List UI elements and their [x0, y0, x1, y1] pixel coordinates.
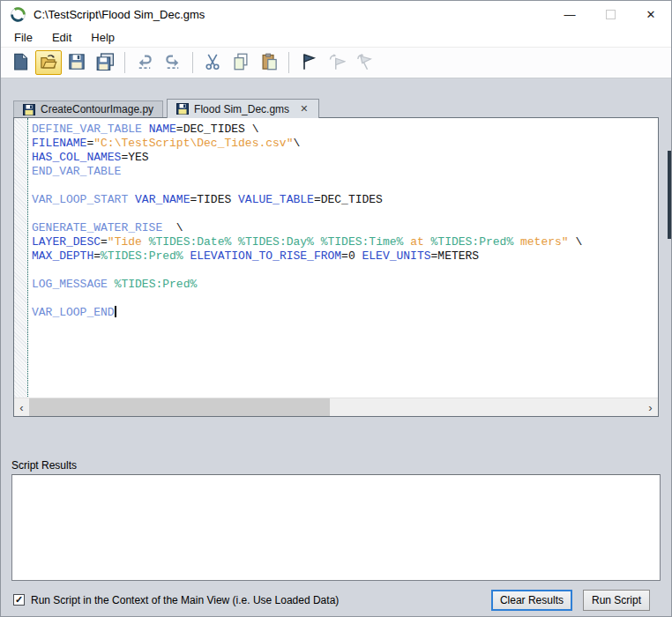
horizontal-scrollbar[interactable]: ‹ › — [14, 398, 658, 416]
close-icon: ✕ — [646, 8, 656, 21]
open-file-icon — [40, 53, 57, 73]
code-line — [32, 179, 658, 193]
open-file-button[interactable] — [35, 50, 62, 75]
toolbar-separator — [288, 52, 289, 73]
toolbar-separator — [192, 52, 193, 73]
code-line: LAYER_DESC="Tide %TIDES:Date% %TIDES:Day… — [32, 235, 658, 249]
tab-createcontourimage[interactable]: CreateContourImage.py — [13, 100, 163, 117]
maximize-button[interactable] — [590, 1, 631, 27]
code-line: LOG_MESSAGE %TIDES:Pred% — [32, 278, 658, 292]
tab-flood-sim-dec[interactable]: Flood Sim_Dec.gms ✕ — [167, 99, 319, 118]
menu-bar: File Edit Help — [1, 27, 671, 47]
code-line: DEFINE_VAR_TABLE NAME=DEC_TIDES \ — [32, 123, 658, 137]
clear-results-button[interactable]: Clear Results — [491, 590, 572, 611]
scrollbar-thumb[interactable] — [29, 398, 330, 416]
save-all-button[interactable] — [92, 50, 118, 75]
copy-button[interactable] — [228, 50, 254, 75]
floppy-disk-icon — [176, 103, 189, 115]
new-file-button[interactable] — [7, 50, 34, 75]
action-buttons: Clear Results Run Script — [491, 590, 650, 611]
code-line: GENERATE_WATER_RISE \ — [32, 221, 658, 235]
code-line — [32, 207, 658, 221]
save-all-icon — [96, 53, 114, 73]
previous-flag-icon — [356, 53, 374, 73]
tab-close-icon[interactable]: ✕ — [298, 103, 310, 115]
redo-icon — [164, 53, 182, 73]
menu-file[interactable]: File — [4, 29, 42, 46]
run-context-label: Run Script in the Context of the Main Vi… — [31, 594, 339, 606]
script-results-label: Script Results — [11, 459, 671, 472]
code-line: VAR_LOOP_START VAR_NAME=TIDES VALUE_TABL… — [32, 193, 658, 207]
maximize-icon — [606, 10, 616, 19]
code-line: MAX_DEPTH=%TIDES:Pred% ELEVATION_TO_RISE… — [32, 249, 658, 264]
gms-logo-icon — [11, 7, 26, 22]
text-caret — [115, 306, 116, 317]
save-icon — [68, 53, 86, 73]
paste-button[interactable] — [256, 50, 282, 75]
new-file-icon — [11, 53, 29, 73]
code-line — [32, 292, 658, 306]
scroll-right-icon[interactable]: › — [643, 398, 658, 416]
toolbar-separator — [124, 52, 125, 73]
scrollbar-track[interactable] — [29, 398, 643, 416]
cut-button[interactable] — [199, 50, 226, 75]
paste-icon — [260, 53, 278, 73]
script-editor[interactable]: DEFINE_VAR_TABLE NAME=DEC_TIDES \FILENAM… — [13, 117, 659, 417]
code-line: END_VAR_TABLE — [32, 165, 658, 179]
titlebar: C:\TestScript\Flood Sim_Dec.gms — ✕ — [1, 1, 671, 27]
undo-icon — [136, 53, 153, 73]
run-context-checkbox[interactable]: ✓ — [13, 594, 25, 606]
create-flag-icon — [300, 53, 317, 73]
footer-bar: ✓ Run Script in the Context of the Main … — [1, 589, 671, 611]
close-button[interactable]: ✕ — [631, 1, 671, 27]
code-line: VAR_LOOP_END — [32, 306, 658, 320]
code-line: FILENAME="C:\TestScript\Dec_Tides.csv"\ — [32, 137, 658, 151]
background-window-sliver — [668, 151, 671, 239]
minimize-button[interactable]: — — [549, 1, 590, 27]
tab-label: CreateContourImage.py — [41, 103, 153, 115]
redo-button[interactable] — [160, 50, 186, 75]
menu-help[interactable]: Help — [81, 29, 124, 46]
minimize-icon: — — [564, 8, 576, 21]
window-title: C:\TestScript\Flood Sim_Dec.gms — [34, 8, 205, 21]
window-controls: — ✕ — [549, 1, 671, 27]
save-button[interactable] — [63, 50, 90, 75]
run-script-button[interactable]: Run Script — [583, 590, 650, 611]
run-context-checkbox-group: ✓ Run Script in the Context of the Main … — [13, 594, 339, 606]
undo-button[interactable] — [131, 50, 158, 75]
cut-icon — [204, 53, 221, 73]
tab-label: Flood Sim_Dec.gms — [194, 103, 289, 115]
create-flag-button[interactable] — [295, 50, 322, 75]
code-line — [32, 264, 658, 278]
code-area[interactable]: DEFINE_VAR_TABLE NAME=DEC_TIDES \FILENAM… — [28, 118, 658, 398]
copy-icon — [232, 53, 250, 73]
next-flag-button[interactable] — [324, 50, 350, 75]
tab-bar: CreateContourImage.py Flood Sim_Dec.gms … — [13, 98, 659, 117]
scroll-left-icon[interactable]: ‹ — [14, 398, 29, 416]
menu-edit[interactable]: Edit — [42, 29, 81, 46]
toolbar — [1, 47, 671, 78]
app-window: C:\TestScript\Flood Sim_Dec.gms — ✕ File… — [0, 0, 672, 617]
script-results-area[interactable] — [11, 474, 661, 581]
editor-gutter — [14, 118, 28, 398]
previous-flag-button[interactable] — [352, 50, 378, 75]
next-flag-icon — [328, 53, 346, 73]
floppy-disk-icon — [23, 104, 35, 115]
code-line: HAS_COL_NAMES=YES — [32, 151, 658, 165]
